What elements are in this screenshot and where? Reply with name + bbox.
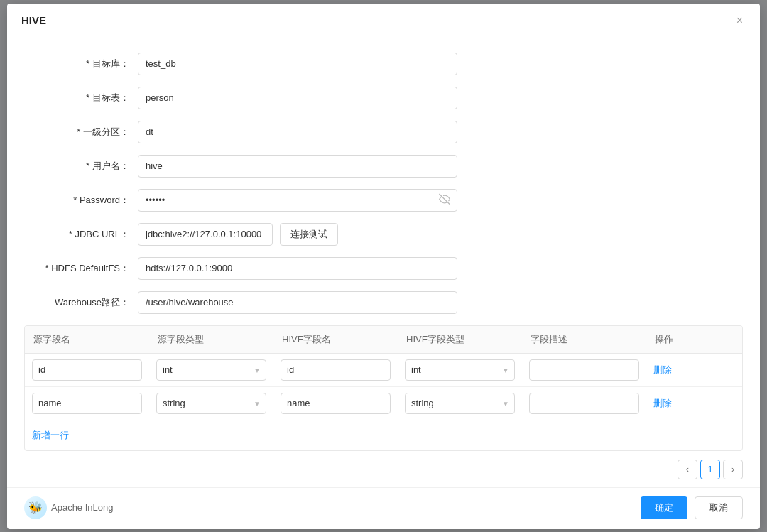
password-input[interactable] — [138, 189, 457, 212]
row1-source-field-input[interactable] — [32, 359, 142, 381]
hdfs-row: * HDFS DefaultFS： — [24, 257, 743, 280]
partition-input[interactable] — [138, 121, 457, 143]
apache-inlong-logo-icon: 🐝 — [24, 496, 47, 519]
row1-hive-type-wrapper: int string bigint double ▼ — [405, 359, 515, 381]
col-action: 操作 — [646, 326, 717, 353]
footer-actions: 确定 取消 — [641, 496, 743, 519]
row2-source-type-cell: int string bigint double boolean ▼ — [149, 387, 273, 420]
username-label: * 用户名： — [24, 160, 138, 173]
password-wrapper — [138, 189, 457, 212]
row2-hive-type-cell: int string bigint double ▼ — [398, 387, 522, 420]
row1-source-type-cell: int string bigint double boolean ▼ — [149, 354, 273, 386]
modal-title: HIVE — [21, 14, 46, 26]
row2-hive-field-input[interactable] — [281, 393, 391, 414]
row1-hive-type-cell: int string bigint double ▼ — [398, 354, 522, 386]
warehouse-row: Warehouse路径： — [24, 291, 743, 314]
next-page-button[interactable]: › — [723, 460, 743, 479]
row1-hive-field-input[interactable] — [281, 359, 391, 381]
table-header: 源字段名 源字段类型 HIVE字段名 HIVE字段类型 字段描述 操作 — [25, 326, 742, 354]
target-table-label: * 目标表： — [24, 92, 138, 104]
modal-overlay: HIVE × * 目标库： * 目标表： * 一级分区： * 用户名： — [0, 0, 767, 532]
prev-page-button[interactable]: ‹ — [678, 460, 697, 479]
row2-hive-field-cell — [273, 387, 398, 420]
footer-logo: 🐝 Apache InLong — [24, 496, 113, 519]
col-source-field: 源字段名 — [25, 326, 149, 353]
add-row-button[interactable]: 新增一行 — [25, 420, 76, 450]
row2-description-input[interactable] — [529, 393, 639, 414]
password-row: * Password： — [24, 189, 743, 212]
eye-icon[interactable] — [439, 193, 450, 207]
username-row: * 用户名： — [24, 155, 743, 178]
page-1-button[interactable]: 1 — [700, 460, 720, 479]
hdfs-input[interactable] — [138, 257, 457, 280]
partition-label: * 一级分区： — [24, 126, 138, 139]
target-table-row: * 目标表： — [24, 87, 743, 109]
row1-source-field-cell — [25, 354, 149, 386]
row1-hive-field-cell — [273, 354, 398, 386]
col-hive-type: HIVE字段类型 — [398, 326, 522, 353]
row2-description-cell — [522, 387, 646, 420]
username-input[interactable] — [138, 155, 457, 178]
row2-action-cell: 删除 — [646, 391, 717, 416]
row2-source-type-select[interactable]: int string bigint double boolean — [156, 393, 266, 414]
row1-action-cell: 删除 — [646, 358, 717, 382]
col-source-type: 源字段类型 — [149, 326, 273, 353]
target-db-row: * 目标库： — [24, 53, 743, 75]
table-row: int string bigint double boolean ▼ — [25, 387, 742, 420]
modal-header: HIVE × — [7, 4, 760, 38]
modal-footer: 🐝 Apache InLong 确定 取消 — [7, 487, 760, 529]
col-description: 字段描述 — [522, 326, 646, 353]
modal-body: * 目标库： * 目标表： * 一级分区： * 用户名： * Password： — [7, 38, 760, 487]
row1-delete-button[interactable]: 删除 — [653, 364, 672, 376]
field-mapping-table: 源字段名 源字段类型 HIVE字段名 HIVE字段类型 字段描述 操作 — [24, 325, 743, 451]
warehouse-label: Warehouse路径： — [24, 296, 138, 309]
close-button[interactable]: × — [734, 13, 746, 28]
add-row-container: 新增一行 — [25, 420, 742, 450]
pagination: ‹ 1 › — [24, 451, 743, 484]
target-db-input[interactable] — [138, 53, 457, 75]
row2-source-field-cell — [25, 387, 149, 420]
jdbc-url-input[interactable] — [138, 223, 273, 246]
confirm-button[interactable]: 确定 — [641, 496, 687, 519]
row2-delete-button[interactable]: 删除 — [653, 397, 672, 410]
hdfs-label: * HDFS DefaultFS： — [24, 262, 138, 275]
modal-dialog: HIVE × * 目标库： * 目标表： * 一级分区： * 用户名： — [7, 4, 760, 529]
jdbc-url-row: * JDBC URL： 连接测试 — [24, 223, 743, 246]
target-db-label: * 目标库： — [24, 58, 138, 70]
warehouse-input[interactable] — [138, 291, 457, 314]
partition-row: * 一级分区： — [24, 121, 743, 143]
table-row: int string bigint double boolean ▼ — [25, 354, 742, 387]
row2-hive-type-wrapper: int string bigint double ▼ — [405, 393, 515, 414]
test-connection-button[interactable]: 连接测试 — [280, 223, 338, 246]
row2-hive-type-select[interactable]: int string bigint double — [405, 393, 515, 414]
jdbc-url-group: 连接测试 — [138, 223, 338, 246]
password-label: * Password： — [24, 194, 138, 207]
row1-description-input[interactable] — [529, 359, 639, 381]
row1-hive-type-select[interactable]: int string bigint double — [405, 359, 515, 381]
row1-source-type-wrapper: int string bigint double boolean ▼ — [156, 359, 266, 381]
col-hive-field: HIVE字段名 — [273, 326, 398, 353]
cancel-button[interactable]: 取消 — [695, 496, 743, 519]
jdbc-url-label: * JDBC URL： — [24, 228, 138, 241]
row2-source-type-wrapper: int string bigint double boolean ▼ — [156, 393, 266, 414]
row1-description-cell — [522, 354, 646, 386]
target-table-input[interactable] — [138, 87, 457, 109]
row1-source-type-select[interactable]: int string bigint double boolean — [156, 359, 266, 381]
footer-logo-text: Apache InLong — [51, 502, 113, 513]
row2-source-field-input[interactable] — [32, 393, 142, 414]
